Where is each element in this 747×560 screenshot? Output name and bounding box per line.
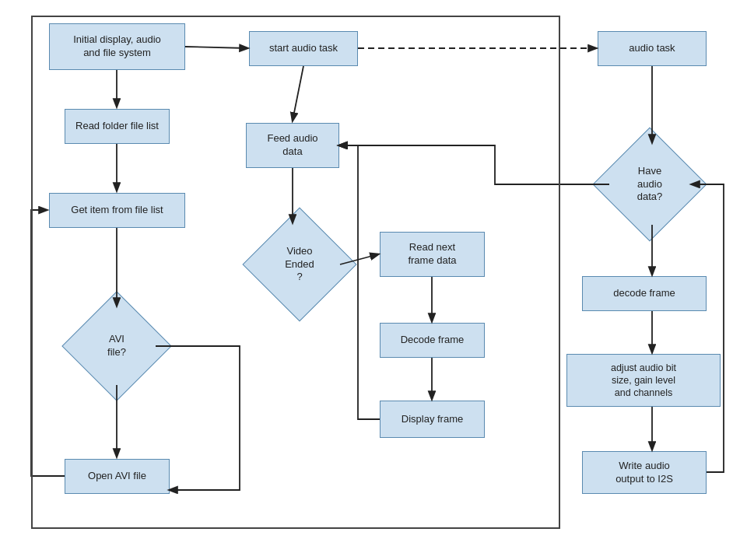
read-folder-box: Read folder file list (65, 109, 170, 144)
get-item-box: Get item from file list (49, 193, 185, 228)
display-frame-box: Display frame (380, 401, 485, 438)
read-next-box: Read nextframe data (380, 232, 485, 277)
flowchart-diagram: Initial display, audioand file system Re… (0, 0, 747, 560)
video-ended-diamond: VideoEnded? (259, 224, 340, 305)
write-audio-box: Write audiooutput to I2S (582, 451, 707, 494)
feed-audio-box: Feed audiodata (246, 123, 339, 168)
have-audio-diamond: Haveaudiodata? (609, 144, 690, 225)
start-audio-box: start audio task (249, 31, 358, 66)
decode-frame-mid-box: Decode frame (380, 323, 485, 358)
audio-task-box: audio task (598, 31, 707, 66)
open-avi-box: Open AVI file (65, 459, 170, 494)
adjust-audio-box: adjust audio bitsize, gain leveland chan… (566, 354, 721, 407)
avi-file-diamond: AVIfile? (78, 307, 156, 385)
svg-line-4 (185, 47, 247, 48)
decode-frame-right-box: decode frame (582, 276, 707, 311)
initial-display-box: Initial display, audioand file system (49, 23, 185, 70)
svg-line-5 (293, 66, 303, 121)
